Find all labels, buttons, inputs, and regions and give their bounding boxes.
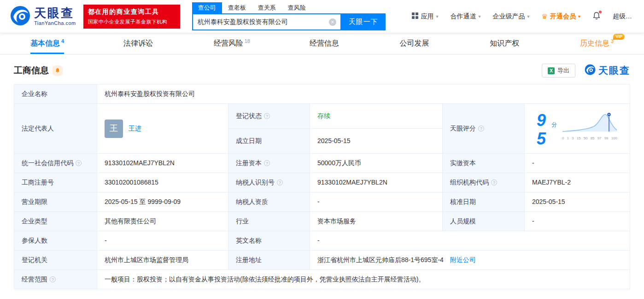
tab-legal-litigation[interactable]: 法律诉讼	[123, 33, 154, 54]
field-label-reg-number: 工商注册号	[14, 173, 97, 192]
field-value-company-type: 其他有限责任公司	[97, 212, 228, 231]
table-row: 营业期限 2025-05-15 至 9999-09-09 纳税人资质 - 核准日…	[14, 192, 630, 212]
bell-icon	[55, 68, 60, 73]
help-icon[interactable]: ?	[478, 126, 484, 132]
field-value-reg-capital: 50000万人民币	[310, 154, 443, 173]
field-label-establish-date: 成立日期	[228, 129, 310, 154]
search-tab-boss[interactable]: 查老板	[222, 2, 252, 13]
nav-super[interactable]: 超级…	[613, 12, 632, 21]
promo-line2: 国家中小企业发展子基金旗下机构	[88, 18, 176, 25]
field-label-reg-authority: 登记机关	[14, 251, 97, 270]
table-row: 法定代表人 王 王进 登记状态? 存续 天眼评分? 95	[14, 104, 630, 129]
table-row: 参保人数 - 英文名称 -	[14, 231, 630, 251]
help-icon[interactable]: ?	[264, 113, 270, 119]
logo-brand-text: 天眼查	[34, 7, 76, 19]
table-row: 经营范围? 一般项目：股权投资；以自有资金从事投资活动(除依法须经批准的项目外，…	[14, 270, 630, 289]
field-value-business-term: 2025-05-15 至 9999-09-09	[97, 192, 228, 212]
field-value-reg-authority: 杭州市上城区市场监督管理局	[97, 251, 228, 270]
business-info-table: 企业名称 杭州泰科安盈股权投资有限公司 法定代表人 王 王进 登记状态? 存续 …	[14, 84, 630, 289]
section-title: 工商信息	[14, 65, 49, 77]
nav-cooperation[interactable]: 合作通道 ▾	[450, 12, 480, 21]
field-value-company-name: 杭州泰科安盈股权投资有限公司	[97, 84, 630, 104]
field-value-industry: 资本市场服务	[310, 212, 443, 231]
help-icon[interactable]: ?	[76, 160, 82, 166]
score-axis-labels: 013 155085 9799100	[562, 136, 618, 141]
grid-icon	[412, 12, 418, 20]
tianyancha-logo-icon	[585, 64, 596, 77]
field-label-approval-date: 核准日期	[443, 192, 525, 212]
search-input[interactable]	[193, 14, 340, 30]
field-value-staff-size: -	[525, 212, 630, 231]
search-input-wrap: ×	[192, 13, 341, 30]
tab-history-info[interactable]: 历史信息3 VIP	[580, 33, 614, 54]
field-label-reg-address: 注册地址	[228, 251, 310, 270]
main-content: 工商信息 X 导出 天眼查	[0, 54, 644, 289]
nav-apps[interactable]: 应用 ▾	[412, 12, 438, 21]
field-label-english-name: 英文名称	[228, 231, 310, 251]
export-button[interactable]: X 导出	[542, 64, 575, 78]
promo-banner: 都在用的商业查询工具 国家中小企业发展子基金旗下机构	[83, 5, 180, 29]
nav-vip-label: 开通会员	[550, 12, 576, 21]
tab-operation-info[interactable]: 经营信息	[310, 33, 340, 54]
chevron-down-icon: ▾	[578, 14, 580, 19]
field-value-reg-number: 330102001086815	[97, 173, 228, 192]
tab-operation-risk[interactable]: 经营风险18	[214, 33, 250, 54]
status-badge: 存续	[317, 112, 330, 120]
field-value-approval-date: 2025-05-15	[525, 192, 630, 212]
field-label-reg-capital: 注册资本?	[228, 154, 310, 173]
tab-intellectual-property[interactable]: 知识产权	[490, 33, 521, 54]
field-value-taxpayer-id: 91330102MAEJ7YBL2N	[310, 173, 443, 192]
table-row: 企业名称 杭州泰科安盈股权投资有限公司	[14, 84, 630, 104]
nav-apps-label: 应用	[421, 12, 433, 21]
legal-rep-avatar[interactable]: 王	[105, 120, 123, 138]
field-label-paid-capital: 实缴资本	[443, 154, 525, 173]
clear-search-icon[interactable]: ×	[329, 18, 336, 26]
help-icon[interactable]: ?	[50, 276, 56, 282]
tab-count: 4	[61, 38, 64, 44]
help-icon[interactable]: ?	[491, 179, 497, 185]
logo-domain-text: TianYanCha.com	[34, 20, 76, 26]
watermark-text: 天眼查	[598, 64, 630, 77]
field-label-business-term: 营业期限	[14, 192, 97, 212]
field-label-company-name: 企业名称	[14, 84, 97, 104]
table-row: 企业类型 其他有限责任公司 行业 资本市场服务 人员规模 -	[14, 212, 630, 231]
nav-cooperation-label: 合作通道	[450, 12, 476, 21]
search-tab-company[interactable]: 查公司	[192, 2, 222, 13]
monitor-bell-button[interactable]	[53, 66, 63, 76]
score-unit: 分	[551, 120, 557, 129]
nearby-companies-link[interactable]: 附近公司	[450, 256, 476, 263]
field-label-insured-count: 参保人数	[14, 231, 97, 251]
field-value-reg-status: 存续	[310, 104, 443, 129]
score-curve-chart: 013 155085 9799100	[562, 111, 618, 141]
field-label-business-scope: 经营范围?	[14, 270, 97, 289]
tab-basic-info[interactable]: 基本信息4	[30, 33, 64, 54]
nav-enterprise[interactable]: 企业级产品 ▾	[492, 12, 529, 21]
help-icon[interactable]: ?	[277, 179, 283, 185]
crown-icon: ♛	[542, 12, 548, 21]
tianyancha-logo[interactable]: 天眼查 TianYanCha.com	[10, 6, 76, 28]
notifications-bell[interactable]	[592, 12, 601, 21]
field-value-credit-code: 91330102MAEJ7YBL2N	[97, 154, 228, 173]
field-value-insured-count: -	[97, 231, 228, 251]
nav-open-vip[interactable]: ♛ 开通会员 ▾	[542, 12, 580, 21]
chevron-down-icon: ▾	[436, 14, 438, 19]
excel-icon: X	[548, 67, 555, 74]
score-value: 95	[537, 111, 547, 148]
tab-company-development[interactable]: 公司发展	[399, 33, 430, 54]
field-label-staff-size: 人员规模	[443, 212, 525, 231]
table-row: 登记机关 杭州市上城区市场监督管理局 注册地址 浙江省杭州市上城区元帅庙后88-…	[14, 251, 630, 270]
help-icon[interactable]: ?	[264, 160, 270, 166]
field-label-industry: 行业	[228, 212, 310, 231]
field-label-credit-code: 统一社会信用代码?	[14, 154, 97, 173]
search-tab-risk[interactable]: 查风险	[282, 2, 312, 13]
nav-enterprise-label: 企业级产品	[492, 12, 525, 21]
notification-dot	[599, 11, 602, 13]
field-value-business-scope: 一般项目：股权投资；以自有资金从事投资活动(除依法须经批准的项目外，凭营业执照依…	[97, 270, 630, 289]
search-button[interactable]: 天眼一下	[341, 13, 386, 30]
promo-line1: 都在用的商业查询工具	[88, 8, 176, 16]
field-label-taxpayer-id: 纳税人识别号?	[228, 173, 310, 192]
field-label-company-type: 企业类型	[14, 212, 97, 231]
search-tab-relation[interactable]: 查关系	[252, 2, 282, 13]
legal-rep-link[interactable]: 王进	[129, 124, 141, 133]
field-value-english-name: -	[310, 231, 630, 251]
